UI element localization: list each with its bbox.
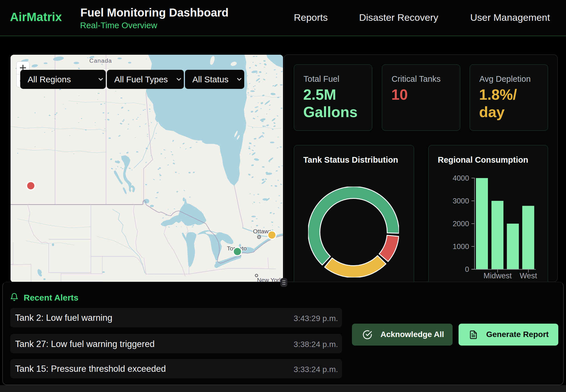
svg-text:West: West	[520, 271, 537, 280]
svg-text:1000: 1000	[453, 242, 469, 251]
svg-text:0: 0	[465, 265, 469, 273]
svg-text:Canada: Canada	[89, 57, 112, 64]
svg-text:4000: 4000	[453, 174, 469, 182]
svg-text:3000: 3000	[453, 197, 469, 205]
svg-text:2000: 2000	[453, 219, 469, 228]
svg-text:Midwest: Midwest	[483, 271, 512, 280]
svg-text:New York: New York	[257, 277, 282, 282]
